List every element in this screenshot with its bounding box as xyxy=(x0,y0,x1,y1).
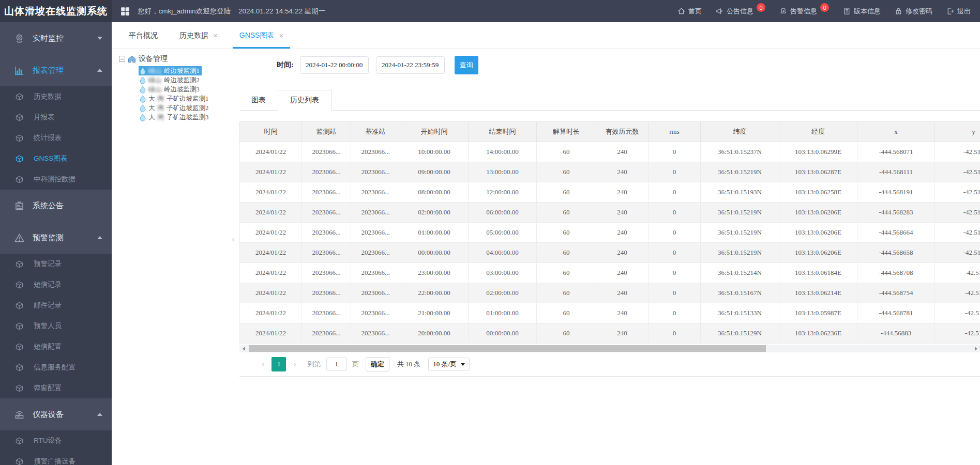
user-greeting: 您好，cmkj_admin欢迎您登陆 xyxy=(138,7,231,16)
tree-item[interactable]: 大闸子矿边坡监测2 xyxy=(139,103,210,113)
tab-chart[interactable]: 图表 xyxy=(239,90,278,110)
nav-item[interactable]: 公告信息0 xyxy=(716,7,765,16)
sidebar-item-label: 短信记录 xyxy=(34,280,62,289)
page-size-select[interactable]: 10 条/页 xyxy=(428,358,470,371)
page-number-button[interactable]: 1 xyxy=(272,357,286,371)
sidebar-item[interactable]: 月报表 xyxy=(0,107,112,128)
table-cell: -42.511 xyxy=(935,142,980,162)
table-cell: -444.568664 xyxy=(857,223,935,243)
sidebar-item[interactable]: 预警广播设备 xyxy=(0,451,112,465)
next-page-icon[interactable]: › xyxy=(289,360,300,369)
table-cell: 2023066... xyxy=(351,243,400,263)
tree-item-label-prefix: 大 xyxy=(148,95,155,103)
prev-page-icon[interactable]: ‹ xyxy=(257,360,269,369)
sidebar-item[interactable]: 报表管理 xyxy=(0,54,112,86)
table-cell: 103:13:0.06258E xyxy=(779,182,857,203)
sidebar-item[interactable]: 仪器设备 xyxy=(0,398,112,430)
goto-page-input[interactable] xyxy=(326,358,347,371)
table-cell: 0 xyxy=(649,303,701,323)
tree-item[interactable]: 大闸子矿边坡监测1 xyxy=(139,94,210,103)
table-cell: -444.568708 xyxy=(857,263,935,283)
table-cell: 0 xyxy=(649,162,701,182)
table-cell: -42.51 xyxy=(935,263,980,283)
table-cell: 2024/01/22 xyxy=(240,323,302,344)
page-tab[interactable]: GNSS图表× xyxy=(233,22,290,49)
sidebar-item-label: 预警人员 xyxy=(34,321,62,331)
close-icon[interactable]: × xyxy=(279,32,283,39)
sidebar-item[interactable]: 历史数据 xyxy=(0,86,112,107)
sidebar-item[interactable]: 实时监控 xyxy=(0,22,112,54)
gnss-table-wrap: 时间监测站基准站开始时间结束时间解算时长有效历元数rms纬度经度xy 2024/… xyxy=(239,121,980,344)
table-cell: 60 xyxy=(537,182,596,203)
tree-item[interactable]: 碌山岭边坡监测3 xyxy=(139,85,202,94)
table-row: 2024/01/222023066...2023066...21:00:00.0… xyxy=(240,303,980,323)
table-cell: 2023066... xyxy=(351,182,400,203)
table-cell: 60 xyxy=(537,142,596,162)
sidebar-item[interactable]: 系统公告 xyxy=(0,190,112,222)
sidebar-item[interactable]: 预警人员 xyxy=(0,316,112,336)
scroll-right-icon[interactable] xyxy=(972,345,980,352)
end-time-input[interactable] xyxy=(376,56,445,74)
nav-item[interactable]: 修改密码 xyxy=(895,7,932,16)
page-tabbar: 平台概况历史数据×GNSS图表× xyxy=(112,22,980,49)
table-row: 2024/01/222023066...2023066...10:00:00.0… xyxy=(240,142,980,162)
nav-item[interactable]: 退出 xyxy=(946,7,971,16)
table-cell: 103:13:0.05987E xyxy=(779,303,857,323)
sidebar-item[interactable]: 弹窗配置 xyxy=(0,378,112,398)
column-header: 纬度 xyxy=(701,122,779,142)
password-icon xyxy=(895,7,902,15)
chevron-up-icon xyxy=(97,413,102,416)
start-time-input[interactable] xyxy=(300,56,369,74)
page-tab[interactable]: 历史数据× xyxy=(173,22,224,49)
sidebar-item-label: 仪器设备 xyxy=(33,410,64,420)
page-tab[interactable]: 平台概况 xyxy=(122,22,164,49)
sidebar-item[interactable]: 短信配置 xyxy=(0,336,112,357)
nav-item-label: 公告信息 xyxy=(727,7,753,16)
grid-menu-icon[interactable] xyxy=(120,7,130,16)
tree-item[interactable]: 大闸子矿边坡监测3 xyxy=(139,113,210,122)
sidebar-item[interactable]: GNSS图表 xyxy=(0,148,112,169)
alarm-icon xyxy=(779,7,787,15)
table-cell: 36:51:0.15193N xyxy=(701,182,779,203)
nav-item[interactable]: 告警信息0 xyxy=(779,7,829,16)
sidebar-item[interactable]: 信息服务配置 xyxy=(0,357,112,378)
sidebar-item[interactable]: 短信记录 xyxy=(0,274,112,295)
table-cell: 0 xyxy=(649,283,701,303)
table-cell: 60 xyxy=(537,162,596,182)
column-header: 时间 xyxy=(240,122,302,142)
close-icon[interactable]: × xyxy=(213,32,218,39)
scrollbar-thumb[interactable] xyxy=(249,345,766,352)
table-body: 2024/01/222023066...2023066...10:00:00.0… xyxy=(240,142,980,344)
horizontal-scrollbar[interactable] xyxy=(239,345,980,352)
table-cell: 240 xyxy=(596,142,649,162)
sidebar-item[interactable]: RTU设备 xyxy=(0,430,112,451)
tree-collapse-icon[interactable] xyxy=(119,56,125,62)
tree-root-device-management[interactable]: 设备管理 xyxy=(119,54,234,64)
nav-item[interactable]: 首页 xyxy=(677,7,702,16)
table-cell: 2023066... xyxy=(302,162,351,182)
view-subtabs: 图表 历史列表 xyxy=(239,90,980,111)
table-cell: 240 xyxy=(596,182,649,203)
tree-item[interactable]: 碌山岭边坡监测1 xyxy=(139,66,202,75)
sidebar-item-label: 短信配置 xyxy=(34,342,62,351)
current-datetime: 2024.01.22 14:54:22 星期一 xyxy=(238,7,325,16)
query-button[interactable]: 查询 xyxy=(455,56,478,74)
confirm-button[interactable]: 确定 xyxy=(366,357,389,371)
column-header: 解算时长 xyxy=(537,122,596,142)
tree-item[interactable]: 碌山岭边坡监测2 xyxy=(139,75,202,85)
table-cell: 00:00:00.00 xyxy=(400,243,469,263)
table-cell: 103:13:0.06184E xyxy=(779,263,857,283)
scroll-left-icon[interactable] xyxy=(239,345,248,352)
sidebar-item[interactable]: 预警监测 xyxy=(0,222,112,254)
nav-item[interactable]: 版本信息 xyxy=(843,7,881,16)
table-cell: 2023066... xyxy=(302,182,351,203)
sidebar-item[interactable]: 预警记录 xyxy=(0,254,112,274)
sidebar-item[interactable]: 统计报表 xyxy=(0,128,112,148)
column-header: 开始时间 xyxy=(400,122,469,142)
home-tree-icon xyxy=(128,55,136,63)
sidebar-item[interactable]: 中科测控数据 xyxy=(0,169,112,190)
tab-history-list[interactable]: 历史列表 xyxy=(278,90,331,111)
topbar-nav: 首页公告信息0告警信息0版本信息修改密码退出 xyxy=(677,7,980,16)
sidebar-item-label: 统计报表 xyxy=(34,133,62,143)
sidebar-item[interactable]: 邮件记录 xyxy=(0,295,112,316)
